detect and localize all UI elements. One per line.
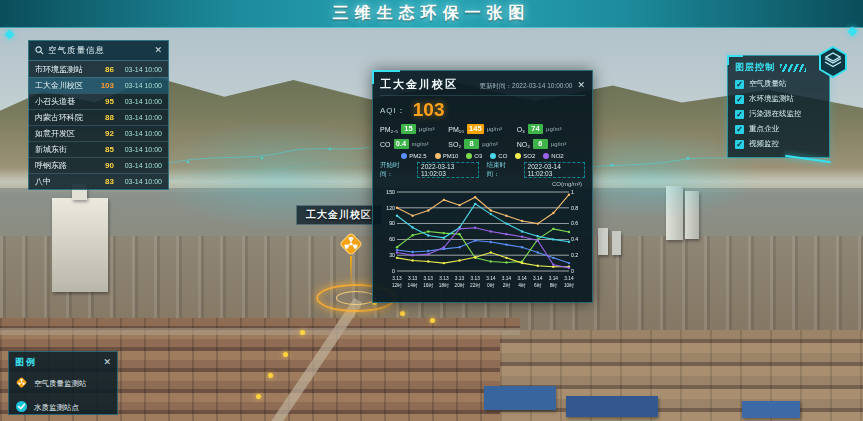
app-header: 三维生态环保一张图: [0, 0, 863, 28]
layer-panel-title: 图层控制: [735, 61, 775, 74]
pollutant-value-badge: 74: [528, 124, 543, 134]
pollutant-cell: SO₂8μg/m³: [448, 139, 516, 149]
layer-items: ✓空气质量站✓水环境监测站✓污染源在线监控✓重点企业✓视频监控: [735, 79, 822, 149]
series-point: [396, 251, 398, 253]
checkbox-checked-icon[interactable]: ✓: [735, 110, 744, 119]
pollutant-label: CO: [380, 141, 391, 148]
pollutant-unit: μg/m³: [419, 126, 434, 132]
start-time-input[interactable]: 2022-03-13 11:02:03: [417, 162, 478, 178]
chart-legend-item[interactable]: PM2.5: [401, 153, 426, 159]
chart-legend-item[interactable]: NO2: [543, 153, 563, 159]
x-axis-tick-hour: 20时: [454, 283, 464, 288]
station-rows: 市环境监测站8603-14 10:00工大金川校区10303-14 10:00小…: [29, 61, 168, 189]
series-point: [490, 251, 492, 253]
checkbox-checked-icon[interactable]: ✓: [735, 95, 744, 104]
series-point: [443, 262, 445, 264]
series-point: [427, 260, 429, 262]
station-name: 八中: [35, 176, 94, 187]
chart-legend-item[interactable]: O3: [466, 153, 482, 159]
layer-item[interactable]: ✓水环境监测站: [735, 94, 822, 104]
pollutant-label: PM₂.₅: [380, 126, 398, 133]
x-axis-tick-hour: 0时: [487, 283, 495, 288]
series-point: [568, 193, 570, 195]
series-point: [458, 204, 460, 206]
close-icon[interactable]: ✕: [577, 81, 585, 90]
station-aqi-value: 95: [94, 97, 114, 106]
layers-hexagon-icon[interactable]: [816, 45, 850, 79]
x-axis-tick-date: 3.14: [502, 276, 512, 281]
end-time-input[interactable]: 2022-03-14 11:02:03: [524, 162, 585, 178]
layer-item[interactable]: ✓视频监控: [735, 139, 822, 149]
chart-legend-item[interactable]: CO: [490, 153, 507, 159]
building: [685, 191, 699, 239]
series-point: [505, 243, 507, 245]
station-list-panel: 空气质量信息 ✕ 市环境监测站8603-14 10:00工大金川校区10303-…: [28, 40, 169, 190]
layer-item-label: 空气质量站: [749, 79, 787, 89]
series-point: [568, 262, 570, 264]
poi-dot: [268, 373, 273, 378]
checkbox-checked-icon[interactable]: ✓: [735, 140, 744, 149]
layer-item[interactable]: ✓重点企业: [735, 124, 822, 134]
pollutant-label: O₃: [517, 126, 525, 133]
chart-legend-label: CO: [498, 153, 507, 159]
left-axis-tick: 60: [389, 236, 395, 242]
x-axis-tick-hour: 16时: [423, 283, 433, 288]
x-axis-tick-hour: 12时: [392, 283, 402, 288]
air-station-marker-icon[interactable]: [338, 231, 364, 257]
station-row[interactable]: 小召头道巷9503-14 10:00: [29, 93, 168, 109]
series-point: [411, 259, 413, 261]
station-update-time: 03-14 10:00: [114, 82, 162, 89]
close-icon[interactable]: ✕: [103, 358, 111, 367]
x-axis-tick-hour: 4时: [518, 283, 526, 288]
station-update-time: 03-14 10:00: [114, 162, 162, 169]
series-point: [537, 222, 539, 224]
station-row[interactable]: 工大金川校区10303-14 10:00: [29, 77, 168, 93]
pollutant-value-badge: 15: [401, 124, 416, 134]
station-row[interactable]: 如意开发区9203-14 10:00: [29, 125, 168, 141]
chart-legend-item[interactable]: SO2: [515, 153, 535, 159]
station-row[interactable]: 呼钢东路9003-14 10:00: [29, 157, 168, 173]
pollutant-trend-chart: 030609012015000.20.40.60.813.1312时3.1314…: [380, 187, 586, 291]
series-point: [552, 257, 554, 259]
x-axis-tick-date: 3.13: [408, 276, 418, 281]
series-point: [396, 207, 398, 209]
station-row[interactable]: 市环境监测站8603-14 10:00: [29, 61, 168, 77]
series-point: [521, 262, 523, 264]
map-station-label-text: 工大金川校区: [306, 208, 372, 222]
station-row[interactable]: 内蒙古环科院8803-14 10:00: [29, 109, 168, 125]
left-axis-tick: 120: [386, 205, 395, 211]
chart-legend-item[interactable]: PM10: [435, 153, 459, 159]
station-update-time: 03-14 10:00: [114, 146, 162, 153]
marker-ground-ring: [336, 291, 376, 305]
map-station-label[interactable]: 工大金川校区: [296, 205, 382, 225]
series-point: [490, 241, 492, 243]
station-update-time: 03-14 10:00: [114, 66, 162, 73]
pollutant-label: SO₂: [448, 141, 461, 148]
pollutant-value-badge: 6: [533, 139, 548, 149]
station-row[interactable]: 新城东街8503-14 10:00: [29, 141, 168, 157]
pollutant-cell: PM₁₀145μg/m³: [448, 124, 516, 134]
series-line-O3: [397, 229, 569, 263]
checkbox-checked-icon[interactable]: ✓: [735, 125, 744, 134]
x-axis-tick-date: 3.14: [564, 276, 574, 281]
x-axis-tick-hour: 8时: [550, 283, 558, 288]
pollutant-unit: μg/m³: [482, 141, 497, 147]
station-row[interactable]: 八中8303-14 10:00: [29, 173, 168, 189]
aqi-row: AQI： 103: [380, 99, 585, 121]
poi-dot: [283, 352, 288, 357]
road: [0, 328, 520, 335]
series-point: [505, 222, 507, 224]
pollutant-value-badge: 145: [467, 124, 484, 134]
series-point: [537, 251, 539, 253]
series-point: [458, 228, 460, 230]
close-icon[interactable]: ✕: [154, 46, 162, 55]
map-legend-label: 水质监测站点: [34, 403, 79, 413]
layer-item[interactable]: ✓空气质量站: [735, 79, 822, 89]
right-axis-tick: 0.4: [571, 236, 578, 242]
checkbox-checked-icon[interactable]: ✓: [735, 80, 744, 89]
x-axis-tick-date: 3.14: [486, 276, 496, 281]
x-axis-tick-date: 3.14: [517, 276, 527, 281]
layer-item[interactable]: ✓污染源在线监控: [735, 109, 822, 119]
left-axis-tick: 90: [389, 220, 395, 226]
series-point: [411, 234, 413, 236]
